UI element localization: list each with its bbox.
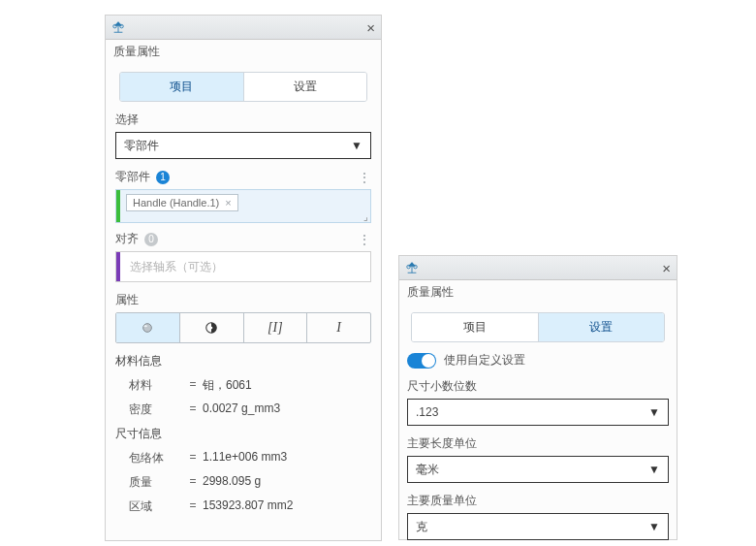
close-icon[interactable]: ×	[366, 19, 375, 36]
density-row: 密度=0.0027 g_mm3	[129, 401, 371, 418]
length-unit-label: 主要长度单位	[407, 435, 669, 452]
chevron-down-icon: ▼	[648, 463, 660, 476]
mass-properties-panel-settings: × 质量属性 项目 设置 使用自定义设置 尺寸小数位数 .123 ▼ 主要长度单…	[398, 255, 677, 540]
decimals-label: 尺寸小数位数	[407, 378, 669, 395]
sphere-icon[interactable]	[116, 313, 179, 342]
custom-settings-label: 使用自定义设置	[444, 352, 525, 369]
components-count-badge: 1	[156, 171, 170, 184]
chip-remove-icon[interactable]: ×	[225, 197, 231, 209]
tab-item[interactable]: 项目	[412, 313, 538, 341]
scale-icon	[110, 18, 127, 36]
resize-handle-icon[interactable]: ⌟	[363, 211, 368, 222]
purple-bar	[116, 252, 120, 281]
alignment-menu-icon[interactable]: ⋮	[358, 233, 371, 246]
tab-settings[interactable]: 设置	[538, 313, 665, 341]
custom-settings-toggle-row: 使用自定义设置	[407, 352, 669, 369]
center-of-mass-icon[interactable]	[179, 313, 243, 342]
svg-point-3	[144, 325, 148, 327]
titlebar: ×	[106, 16, 381, 40]
area-row: 区域=153923.807 mm2	[129, 498, 371, 515]
alignment-input[interactable]: 选择轴系（可选）	[115, 251, 371, 282]
svg-point-2	[143, 324, 152, 333]
mass-properties-panel-item: × 质量属性 项目 设置 选择 零部件 ▼ 零部件 1 ⋮ Handle (Ha…	[105, 15, 382, 541]
inertia-bracket-icon[interactable]: [I]	[243, 313, 307, 342]
material-row: 材料=钼，6061	[129, 377, 371, 394]
chevron-down-icon: ▼	[648, 405, 660, 419]
size-section-title: 尺寸信息	[115, 426, 371, 442]
components-menu-icon[interactable]: ⋮	[358, 171, 371, 184]
decimals-dropdown[interactable]: .123 ▼	[407, 399, 669, 426]
alignment-header: 对齐 0 ⋮	[115, 231, 371, 247]
inertia-italic-icon[interactable]: I	[306, 313, 370, 342]
custom-settings-toggle[interactable]	[407, 353, 436, 369]
tabset: 项目 设置	[119, 72, 367, 102]
panel-title: 质量属性	[106, 40, 381, 64]
mass-row: 质量=2998.095 g	[129, 474, 371, 491]
chevron-down-icon: ▼	[648, 520, 660, 533]
selection-dropdown[interactable]: 零部件 ▼	[115, 132, 371, 159]
chevron-down-icon: ▼	[351, 139, 362, 152]
components-input[interactable]: Handle (Handle.1) × ⌟	[115, 189, 371, 223]
volume-row: 包络体=1.11e+006 mm3	[129, 450, 371, 466]
titlebar: ×	[399, 256, 677, 280]
properties-toolbar: [I] I	[115, 312, 371, 343]
components-header: 零部件 1 ⋮	[115, 169, 371, 185]
tab-settings[interactable]: 设置	[243, 73, 367, 101]
selection-label: 选择	[115, 112, 371, 128]
properties-label: 属性	[115, 292, 371, 308]
tab-item[interactable]: 项目	[120, 73, 243, 101]
length-unit-dropdown[interactable]: 毫米 ▼	[407, 456, 669, 483]
tabset: 项目 设置	[411, 312, 665, 342]
svg-point-5	[210, 327, 213, 330]
scale-icon	[403, 259, 421, 276]
mass-unit-label: 主要质量单位	[407, 493, 669, 509]
close-icon[interactable]: ×	[662, 260, 671, 276]
mass-unit-dropdown[interactable]: 克 ▼	[407, 513, 669, 540]
material-section-title: 材料信息	[115, 353, 371, 369]
component-chip[interactable]: Handle (Handle.1) ×	[126, 194, 238, 211]
panel-title: 质量属性	[399, 280, 677, 305]
green-bar	[116, 190, 120, 222]
alignment-count-badge: 0	[144, 233, 158, 246]
